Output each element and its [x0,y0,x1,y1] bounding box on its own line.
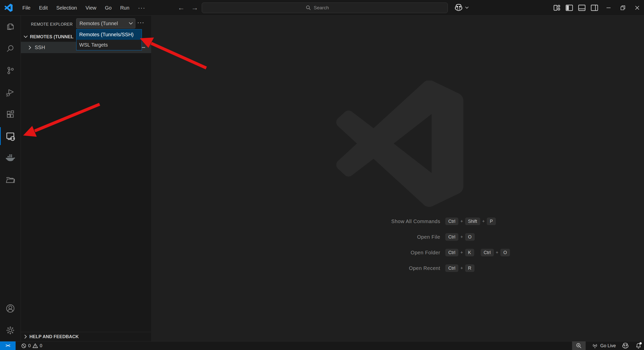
vscode-logo-icon [5,4,13,12]
layout-controls [552,0,599,16]
dropdown-option-remotes[interactable]: Remotes (Tunnels/SSH) [76,29,142,40]
watermark-label: Open Folder [335,250,440,256]
view-mode-select[interactable]: Remotes (Tunnel [76,18,135,28]
warning-count: 0 [40,343,42,348]
view-mode-value: Remotes (Tunnel [79,21,129,26]
watermark-row: Open Recent Ctrl + R [335,260,616,276]
history-nav: ← → [178,0,198,16]
activity-docker[interactable] [0,147,21,169]
tree-item-ssh-label: SSH [35,45,45,50]
command-center-search[interactable] [202,3,448,13]
menu-run[interactable]: Run [116,0,134,16]
plus-separator: + [482,219,485,224]
keycap: Ctrl [445,264,458,272]
menu-view[interactable]: View [81,0,101,16]
watermark-row: Open Folder Ctrl + K Ctrl + O [335,245,616,260]
chevron-down-icon [23,35,28,38]
view-mode-dropdown: Remotes (Tunnels/SSH) WSL Targets [76,29,142,50]
search-input[interactable] [314,5,344,11]
chevron-right-icon [24,334,27,339]
keycap: Ctrl [445,218,458,225]
activity-extensions[interactable] [0,103,21,125]
copilot-status-icon[interactable] [622,342,629,349]
search-icon [306,5,311,11]
keycap: Shift [465,218,480,225]
menu-file[interactable]: File [18,0,35,16]
error-icon [21,343,26,348]
ssh-inline-action-icon[interactable] [142,47,145,48]
nav-forward-icon[interactable]: → [191,4,198,11]
remote-indicator[interactable]: >< [0,341,16,350]
title-bar: File Edit Selection View Go Run ··· ← → [0,0,644,16]
broadcast-icon [592,342,598,349]
copilot-menu[interactable] [454,4,469,12]
activity-source-control[interactable] [0,59,21,81]
docker-icon [5,153,16,164]
go-live-label: Go Live [600,343,616,348]
plus-separator: + [460,250,463,255]
search-icon [5,44,15,54]
problems-item[interactable]: 0 0 [21,341,42,350]
menu-more-icon[interactable]: ··· [134,4,150,11]
editor-area: Show All Commands Ctrl + Shift + P Open … [151,16,644,341]
activity-explorer[interactable] [0,16,21,38]
watermark-row: Open File Ctrl + O [335,229,616,245]
activity-remote-explorer[interactable] [0,125,21,147]
plus-separator: + [496,250,499,255]
keycap: Ctrl [445,249,458,256]
zoom-status-item[interactable] [572,341,586,350]
restore-button[interactable] [616,0,630,16]
go-live-item[interactable]: Go Live [592,342,616,349]
window-controls [601,0,644,16]
toggle-secondary-sidebar-icon[interactable] [590,4,599,12]
remote-explorer-panel: REMOTE EXPLORER Remotes (Tunnel ··· REMO… [21,16,151,341]
remote-explorer-icon [5,131,16,142]
vscode-watermark-logo [335,81,465,208]
keycap: K [465,249,474,256]
activity-project-folders[interactable] [0,169,21,191]
notifications-item[interactable] [635,342,642,349]
keycap: Ctrl [481,249,494,256]
activity-run-debug[interactable] [0,81,21,103]
menu-edit[interactable]: Edit [35,0,52,16]
close-button[interactable] [630,0,644,16]
gear-icon [5,325,16,336]
keycap: O [465,233,475,241]
chevron-right-icon [28,45,31,50]
toggle-panel-icon[interactable] [578,4,586,12]
files-icon [5,22,15,32]
remote-icon: >< [6,343,10,348]
zoom-in-icon [576,343,582,349]
section-help-feedback-label: HELP AND FEEDBACK [29,334,79,339]
customize-layout-icon[interactable] [552,4,561,12]
activity-bar [0,16,21,341]
dropdown-option-wsl[interactable]: WSL Targets [76,40,142,50]
plus-separator: + [460,266,463,271]
keycap: Ctrl [445,233,458,241]
folders-icon [5,175,16,185]
watermark-label: Show All Commands [335,219,440,224]
vscode-window: File Edit Selection View Go Run ··· ← → [0,0,644,350]
activity-search[interactable] [0,38,21,59]
keycap: R [465,264,474,272]
watermark-label: Open File [335,234,440,240]
extensions-icon [5,109,15,119]
keycap: O [500,249,510,256]
menu-go[interactable]: Go [101,0,116,16]
activity-account[interactable] [0,297,21,319]
plus-separator: + [460,219,463,224]
activity-settings[interactable] [0,319,21,341]
account-icon [5,303,16,314]
sidebar-title: REMOTE EXPLORER [31,22,73,27]
section-remotes-label: REMOTES (TUNNEL [30,34,73,40]
toggle-primary-sidebar-icon[interactable] [565,4,574,12]
status-bar: >< 0 0 [0,341,644,350]
menu-selection[interactable]: Selection [52,0,81,16]
nav-back-icon[interactable]: ← [178,4,185,11]
minimize-button[interactable] [601,0,616,16]
keycap: P [487,218,496,225]
section-help-feedback[interactable]: HELP AND FEEDBACK [21,332,151,341]
menu-bar: File Edit Selection View Go Run ··· [18,0,150,16]
views-more-actions-icon[interactable]: ··· [137,19,144,26]
activity-bar-bottom [0,297,21,341]
